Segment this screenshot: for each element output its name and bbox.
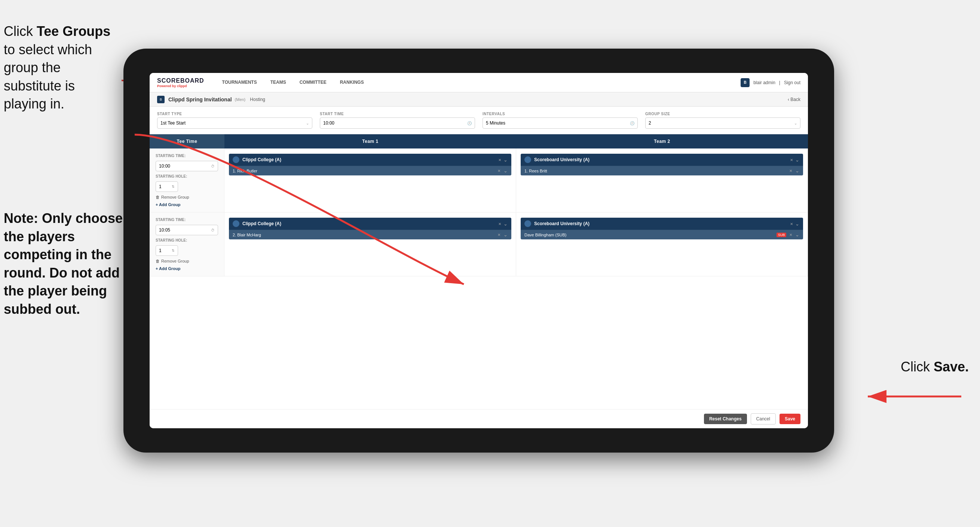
arrow-save — [857, 382, 969, 411]
expand-icon-2-1[interactable]: ⌄ — [503, 221, 508, 227]
player-name-1-2-1: 1. Rees Britt — [524, 169, 786, 173]
team-card-2-1[interactable]: Clippd College (A) × ⌄ 2. Blair McHarg ×… — [229, 218, 511, 239]
sub-badge: SUB — [776, 232, 787, 237]
team-avatar-2-1 — [233, 220, 239, 227]
clock-icon-2: 🕙 — [630, 121, 635, 125]
expand-icon-1-1[interactable]: ⌄ — [503, 157, 508, 163]
starting-time-input-2[interactable]: 10:05 ⏱ — [156, 225, 218, 235]
signout-link[interactable]: Sign out — [784, 80, 800, 85]
starting-hole-label-2: STARTING HOLE: — [156, 238, 218, 242]
player-row-1-2-1: 1. Rees Britt × ⌄ — [521, 166, 803, 175]
expand-player-icon-2-2-1[interactable]: ⌄ — [795, 232, 799, 237]
add-group-button-1[interactable]: + Add Group — [156, 202, 218, 207]
group-size-input[interactable]: 2 ⌄ — [645, 118, 800, 129]
logo-text: SCOREBOARD — [157, 77, 204, 84]
team-name-1-1: Clippd College (A) — [242, 157, 495, 162]
cancel-button[interactable]: Cancel — [751, 413, 776, 425]
player-name-1-1-1: 1. Rich Butler — [233, 169, 495, 173]
divider: | — [779, 80, 780, 85]
remove-player-icon-2-2-1[interactable]: × — [789, 232, 792, 237]
player-name-2-2-1: Dave Billingham (SUB) — [524, 232, 773, 237]
remove-group-button-1[interactable]: 🗑 Remove Group — [156, 195, 218, 199]
expand-icon-2-2[interactable]: ⌄ — [795, 221, 799, 227]
expand-player-icon-1-1-1[interactable]: ⌄ — [503, 168, 508, 174]
nav-right: B blair admin | Sign out — [741, 78, 800, 87]
team-name-1-2: Scoreboard University (A) — [534, 157, 787, 162]
team-card-header-1-2: Scoreboard University (A) × ⌄ — [521, 154, 803, 166]
trash-icon-2: 🗑 — [156, 259, 160, 263]
team1-header: Team 1 — [224, 134, 516, 148]
expand-player-icon-1-2-1[interactable]: ⌄ — [795, 168, 799, 174]
group1-team1: Clippd College (A) × ⌄ 1. Rich Butler × … — [224, 148, 516, 212]
team-card-header-2-2: Scoreboard University (A) × ⌄ — [521, 218, 803, 230]
player-row-1-1-1: 1. Rich Butler × ⌄ — [229, 166, 511, 175]
team-avatar-1-2 — [524, 156, 531, 163]
team-card-1-2: Scoreboard University (A) × ⌄ 1. Rees Br… — [521, 154, 803, 175]
tablet-device: SCOREBOARD Powered by clippd TOURNAMENTS… — [123, 49, 834, 452]
nav-teams[interactable]: TEAMS — [264, 73, 293, 92]
nav-committee[interactable]: COMMITTEE — [293, 73, 333, 92]
team-card-header-1-1: Clippd College (A) × ⌄ — [229, 154, 511, 166]
start-type-input[interactable]: 1st Tee Start ⌄ — [157, 118, 312, 129]
intervals-group: Intervals 5 Minutes 🕙 — [482, 112, 638, 129]
remove-group-button-2[interactable]: 🗑 Remove Group — [156, 259, 218, 263]
powered-by: Powered by clippd — [157, 84, 204, 88]
tablet-screen: SCOREBOARD Powered by clippd TOURNAMENTS… — [150, 73, 808, 428]
team-card-header-2-1: Clippd College (A) × ⌄ — [229, 218, 511, 230]
annotation-save: Click Save. — [901, 359, 969, 375]
starting-time-input-1[interactable]: 10:00 ⏱ — [156, 161, 218, 171]
start-time-input[interactable]: 10:00 🕙 — [320, 118, 475, 129]
nav-items: TOURNAMENTS TEAMS COMMITTEE RANKINGS — [215, 73, 741, 92]
clock-icon-4: ⏱ — [211, 228, 215, 232]
add-group-button-2[interactable]: + Add Group — [156, 266, 218, 271]
nav-rankings[interactable]: RANKINGS — [333, 73, 371, 92]
save-bold: Save. — [934, 359, 969, 374]
group2-team1: Clippd College (A) × ⌄ 2. Blair McHarg ×… — [224, 212, 516, 276]
starting-hole-input-2[interactable]: 1 ⇅ — [156, 245, 178, 256]
player-row-2-2-1: Dave Billingham (SUB) SUB × ⌄ — [521, 230, 803, 239]
annotation-top-left: Click Tee Groups to select which group t… — [0, 22, 116, 113]
logo: SCOREBOARD Powered by clippd — [157, 77, 204, 88]
admin-avatar: B — [741, 78, 749, 87]
remove-team-icon-2-2[interactable]: × — [790, 221, 793, 227]
expand-player-icon-2-1-1[interactable]: ⌄ — [503, 232, 508, 237]
starting-time-label-2: STARTING TIME: — [156, 218, 218, 222]
expand-icon-1-2[interactable]: ⌄ — [795, 157, 799, 163]
chevron-down-icon-2: ⌄ — [794, 121, 797, 125]
team2-header: Team 2 — [516, 134, 808, 148]
group-row-1: STARTING TIME: 10:00 ⏱ STARTING HOLE: 1 … — [150, 148, 808, 212]
save-button[interactable]: Save — [780, 414, 800, 424]
hosting-label: Hosting — [250, 97, 265, 102]
group1-team2: Scoreboard University (A) × ⌄ 1. Rees Br… — [516, 148, 808, 212]
group-left-1: STARTING TIME: 10:00 ⏱ STARTING HOLE: 1 … — [150, 148, 224, 212]
remove-team-icon-2-1[interactable]: × — [498, 221, 501, 227]
footer-bar: Reset Changes Cancel Save — [150, 409, 808, 428]
table-header: Tee Time Team 1 Team 2 — [150, 134, 808, 148]
scroll-content: STARTING TIME: 10:00 ⏱ STARTING HOLE: 1 … — [150, 148, 808, 409]
starting-hole-input-1[interactable]: 1 ⇅ — [156, 182, 178, 192]
team-avatar-1-1 — [233, 156, 239, 163]
note-bold: Note: Only choose the players competing … — [4, 210, 123, 317]
clock-icon: 🕙 — [467, 121, 472, 125]
team-actions-2-1: × ⌄ — [498, 221, 508, 227]
group-size-group: Group Size 2 ⌄ — [645, 112, 800, 129]
remove-player-icon-1-1-1[interactable]: × — [498, 168, 501, 174]
navbar: SCOREBOARD Powered by clippd TOURNAMENTS… — [150, 73, 808, 92]
back-button[interactable]: Back — [788, 97, 800, 102]
sub-header-icon: B — [157, 96, 165, 103]
reset-changes-button[interactable]: Reset Changes — [704, 414, 747, 424]
trash-icon: 🗑 — [156, 195, 160, 199]
nav-tournaments[interactable]: TOURNAMENTS — [215, 73, 264, 92]
chevron-updown-icon-2: ⇅ — [172, 249, 175, 253]
remove-player-icon-2-1-1[interactable]: × — [498, 232, 501, 237]
remove-player-icon-1-2-1[interactable]: × — [789, 168, 792, 174]
start-time-group: Start Time 10:00 🕙 — [320, 112, 475, 129]
annotation-bottom-left: Note: Only choose the players competing … — [0, 209, 127, 318]
remove-team-icon-1-2[interactable]: × — [790, 157, 793, 163]
start-type-label: Start Type — [157, 112, 312, 116]
team-card-2-2: Scoreboard University (A) × ⌄ Dave Billi… — [521, 218, 803, 239]
tee-groups-bold: Tee Groups — [37, 24, 110, 39]
team-card-1-1: Clippd College (A) × ⌄ 1. Rich Butler × … — [229, 154, 511, 175]
remove-team-icon-1-1[interactable]: × — [498, 157, 501, 163]
intervals-input[interactable]: 5 Minutes 🕙 — [482, 118, 638, 129]
